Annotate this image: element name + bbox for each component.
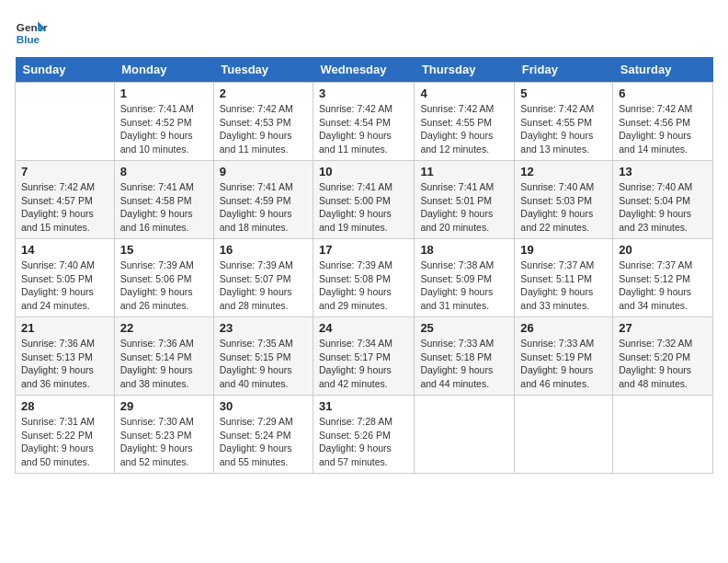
calendar-cell: 11Sunrise: 7:41 AMSunset: 5:01 PMDayligh… (415, 161, 515, 239)
weekday-header-sunday: Sunday (16, 57, 115, 83)
day-info: Sunrise: 7:31 AMSunset: 5:22 PMDaylight:… (21, 415, 108, 469)
day-number: 3 (319, 86, 408, 100)
day-info: Sunrise: 7:37 AMSunset: 5:11 PMDaylight:… (520, 259, 607, 313)
day-number: 12 (520, 165, 607, 178)
day-info: Sunrise: 7:42 AMSunset: 4:55 PMDaylight:… (520, 102, 607, 156)
day-number: 24 (319, 321, 408, 335)
day-number: 7 (21, 165, 108, 178)
day-info: Sunrise: 7:40 AMSunset: 5:05 PMDaylight:… (21, 259, 108, 313)
day-info: Sunrise: 7:33 AMSunset: 5:19 PMDaylight:… (520, 337, 607, 391)
day-info: Sunrise: 7:40 AMSunset: 5:03 PMDaylight:… (520, 180, 607, 235)
week-row-2: 7Sunrise: 7:42 AMSunset: 4:57 PMDaylight… (16, 161, 713, 239)
day-info: Sunrise: 7:42 AMSunset: 4:53 PMDaylight:… (220, 102, 307, 156)
day-number: 26 (520, 321, 607, 335)
calendar-cell: 31Sunrise: 7:28 AMSunset: 5:26 PMDayligh… (313, 396, 415, 474)
day-info: Sunrise: 7:30 AMSunset: 5:23 PMDaylight:… (120, 415, 208, 469)
day-info: Sunrise: 7:41 AMSunset: 4:58 PMDaylight:… (120, 180, 208, 235)
calendar-cell: 8Sunrise: 7:41 AMSunset: 4:58 PMDaylight… (114, 161, 213, 239)
weekday-header-wednesday: Wednesday (313, 57, 415, 83)
weekday-header-monday: Monday (114, 57, 213, 83)
calendar-cell: 10Sunrise: 7:41 AMSunset: 5:00 PMDayligh… (313, 161, 415, 239)
day-info: Sunrise: 7:36 AMSunset: 5:14 PMDaylight:… (120, 337, 208, 391)
day-number: 30 (220, 399, 307, 413)
day-info: Sunrise: 7:34 AMSunset: 5:17 PMDaylight:… (319, 337, 408, 391)
calendar-cell: 18Sunrise: 7:38 AMSunset: 5:09 PMDayligh… (415, 239, 515, 317)
day-info: Sunrise: 7:33 AMSunset: 5:18 PMDaylight:… (420, 337, 508, 391)
day-info: Sunrise: 7:41 AMSunset: 4:59 PMDaylight:… (220, 180, 307, 235)
day-number: 31 (319, 399, 408, 413)
calendar-cell: 29Sunrise: 7:30 AMSunset: 5:23 PMDayligh… (114, 396, 213, 474)
day-number: 16 (220, 243, 307, 257)
calendar-cell: 22Sunrise: 7:36 AMSunset: 5:14 PMDayligh… (114, 317, 213, 396)
calendar-cell: 24Sunrise: 7:34 AMSunset: 5:17 PMDayligh… (313, 317, 415, 396)
svg-text:Blue: Blue (17, 33, 40, 45)
calendar-cell: 21Sunrise: 7:36 AMSunset: 5:13 PMDayligh… (16, 317, 115, 396)
day-info: Sunrise: 7:38 AMSunset: 5:09 PMDaylight:… (420, 259, 508, 313)
calendar-cell: 3Sunrise: 7:42 AMSunset: 4:54 PMDaylight… (313, 83, 415, 161)
weekday-header-saturday: Saturday (613, 57, 713, 83)
day-info: Sunrise: 7:28 AMSunset: 5:26 PMDaylight:… (319, 415, 408, 469)
day-number: 21 (21, 321, 108, 335)
day-info: Sunrise: 7:39 AMSunset: 5:06 PMDaylight:… (120, 259, 208, 313)
calendar-cell: 6Sunrise: 7:42 AMSunset: 4:56 PMDaylight… (613, 83, 713, 161)
day-info: Sunrise: 7:35 AMSunset: 5:15 PMDaylight:… (220, 337, 307, 391)
day-number: 19 (520, 243, 607, 257)
day-number: 25 (420, 321, 508, 335)
calendar-cell: 12Sunrise: 7:40 AMSunset: 5:03 PMDayligh… (515, 161, 613, 239)
calendar-cell: 26Sunrise: 7:33 AMSunset: 5:19 PMDayligh… (515, 317, 613, 396)
weekday-header-tuesday: Tuesday (213, 57, 313, 83)
logo: General Blue (15, 15, 48, 48)
calendar-cell: 17Sunrise: 7:39 AMSunset: 5:08 PMDayligh… (313, 239, 415, 317)
day-number: 8 (120, 165, 208, 178)
header: General Blue (15, 15, 713, 48)
calendar-cell: 28Sunrise: 7:31 AMSunset: 5:22 PMDayligh… (16, 396, 115, 474)
week-row-5: 28Sunrise: 7:31 AMSunset: 5:22 PMDayligh… (16, 396, 713, 474)
calendar-cell: 5Sunrise: 7:42 AMSunset: 4:55 PMDaylight… (515, 83, 613, 161)
day-number: 28 (21, 399, 108, 413)
calendar-cell: 15Sunrise: 7:39 AMSunset: 5:06 PMDayligh… (114, 239, 213, 317)
calendar-cell: 20Sunrise: 7:37 AMSunset: 5:12 PMDayligh… (613, 239, 713, 317)
day-info: Sunrise: 7:41 AMSunset: 5:00 PMDaylight:… (319, 180, 408, 235)
day-number: 6 (619, 86, 707, 100)
calendar-cell: 4Sunrise: 7:42 AMSunset: 4:55 PMDaylight… (415, 83, 515, 161)
day-info: Sunrise: 7:42 AMSunset: 4:55 PMDaylight:… (420, 102, 508, 156)
day-info: Sunrise: 7:39 AMSunset: 5:08 PMDaylight:… (319, 259, 408, 313)
day-info: Sunrise: 7:42 AMSunset: 4:56 PMDaylight:… (619, 102, 707, 156)
calendar-cell: 14Sunrise: 7:40 AMSunset: 5:05 PMDayligh… (16, 239, 115, 317)
day-number: 17 (319, 243, 408, 257)
calendar-cell (613, 396, 713, 474)
calendar-cell: 1Sunrise: 7:41 AMSunset: 4:52 PMDaylight… (114, 83, 213, 161)
day-number: 27 (619, 321, 707, 335)
day-number: 5 (520, 86, 607, 100)
day-info: Sunrise: 7:40 AMSunset: 5:04 PMDaylight:… (619, 180, 707, 235)
day-number: 2 (220, 86, 307, 100)
day-number: 29 (120, 399, 208, 413)
calendar-cell: 27Sunrise: 7:32 AMSunset: 5:20 PMDayligh… (613, 317, 713, 396)
day-number: 14 (21, 243, 108, 257)
calendar-cell: 30Sunrise: 7:29 AMSunset: 5:24 PMDayligh… (213, 396, 313, 474)
day-info: Sunrise: 7:29 AMSunset: 5:24 PMDaylight:… (220, 415, 307, 469)
day-info: Sunrise: 7:39 AMSunset: 5:07 PMDaylight:… (220, 259, 307, 313)
calendar-cell (415, 396, 515, 474)
calendar-cell: 23Sunrise: 7:35 AMSunset: 5:15 PMDayligh… (213, 317, 313, 396)
day-number: 22 (120, 321, 208, 335)
day-number: 1 (120, 86, 208, 100)
calendar-cell: 7Sunrise: 7:42 AMSunset: 4:57 PMDaylight… (16, 161, 115, 239)
day-number: 23 (220, 321, 307, 335)
calendar-cell (515, 396, 613, 474)
week-row-3: 14Sunrise: 7:40 AMSunset: 5:05 PMDayligh… (16, 239, 713, 317)
day-info: Sunrise: 7:36 AMSunset: 5:13 PMDaylight:… (21, 337, 108, 391)
week-row-1: 1Sunrise: 7:41 AMSunset: 4:52 PMDaylight… (16, 83, 713, 161)
day-number: 11 (420, 165, 508, 178)
day-info: Sunrise: 7:41 AMSunset: 5:01 PMDaylight:… (420, 180, 508, 235)
week-row-4: 21Sunrise: 7:36 AMSunset: 5:13 PMDayligh… (16, 317, 713, 396)
weekday-header-friday: Friday (515, 57, 613, 83)
calendar-cell: 16Sunrise: 7:39 AMSunset: 5:07 PMDayligh… (213, 239, 313, 317)
day-info: Sunrise: 7:42 AMSunset: 4:54 PMDaylight:… (319, 102, 408, 156)
day-number: 4 (420, 86, 508, 100)
day-info: Sunrise: 7:37 AMSunset: 5:12 PMDaylight:… (619, 259, 707, 313)
day-number: 10 (319, 165, 408, 178)
logo-icon: General Blue (15, 15, 48, 48)
calendar-cell: 19Sunrise: 7:37 AMSunset: 5:11 PMDayligh… (515, 239, 613, 317)
day-info: Sunrise: 7:32 AMSunset: 5:20 PMDaylight:… (619, 337, 707, 391)
